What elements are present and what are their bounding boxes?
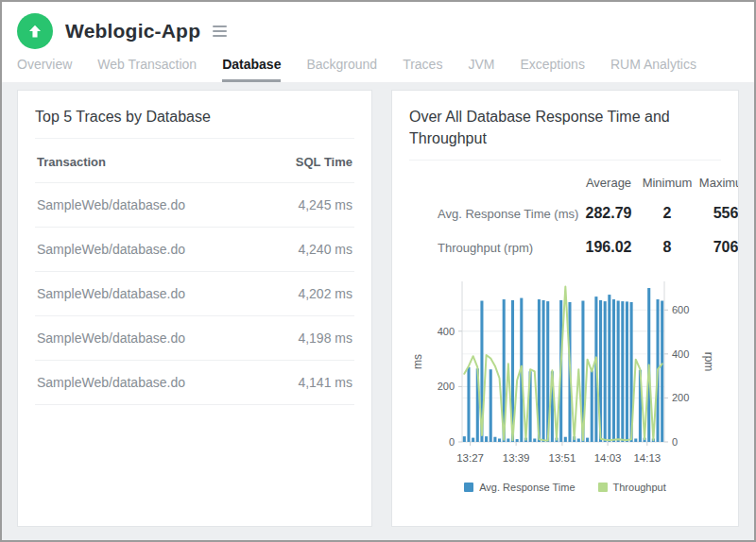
svg-text:13:51: 13:51 [549, 452, 576, 464]
table-row[interactable]: SampleWeb/database.do4,202 ms [35, 272, 354, 316]
table-row[interactable]: SampleWeb/database.do4,245 ms [35, 183, 354, 228]
stats-metric-label: Avg. Response Time (ms) [409, 197, 579, 231]
svg-text:0: 0 [449, 436, 455, 448]
stats-row-avg-response-time-ms-: Avg. Response Time (ms)282.792556 [409, 197, 738, 231]
stats-maximum-value: 706 [696, 231, 738, 263]
tab-web-transaction[interactable]: Web Transaction [97, 57, 197, 82]
transaction-cell[interactable]: SampleWeb/database.do [35, 228, 264, 272]
stats-average-value: 282.79 [579, 197, 638, 229]
tab-overview[interactable]: Overview [17, 57, 72, 82]
column-header-sql-time: SQL Time [264, 139, 354, 183]
tab-jvm[interactable]: JVM [468, 57, 494, 82]
chart-legend: Avg. Response TimeThroughput [409, 482, 721, 493]
divider [409, 160, 721, 161]
svg-text:13:39: 13:39 [503, 452, 530, 464]
legend-item-throughput: Throughput [598, 482, 666, 493]
stats-column-maximum: Maximum [696, 172, 738, 197]
svg-text:14:03: 14:03 [594, 452, 622, 464]
db-overview-panel: Over All Database Response Time and Thro… [391, 90, 739, 527]
legend-swatch-icon [598, 483, 608, 492]
transaction-cell[interactable]: SampleWeb/database.do [35, 272, 264, 316]
stats-maximum-value: 556 [696, 197, 738, 229]
svg-text:600: 600 [672, 305, 689, 316]
tab-rum-analytics[interactable]: RUM Analytics [610, 57, 696, 82]
top-traces-panel: Top 5 Traces by Database Transaction SQL… [17, 90, 372, 527]
table-row[interactable]: SampleWeb/database.do4,240 ms [35, 228, 354, 272]
traces-table-header: Transaction SQL Time [35, 139, 354, 183]
svg-text:400: 400 [438, 326, 455, 337]
tab-bar: OverviewWeb TransactionDatabaseBackgroun… [2, 51, 754, 82]
stats-header-row: AverageMinimumMaximum [409, 172, 738, 197]
stats-column-average: Average [579, 172, 638, 197]
svg-text:rpm: rpm [702, 352, 713, 372]
sql-time-cell: 4,202 ms [264, 272, 354, 316]
panel-title-top-traces: Top 5 Traces by Database [35, 106, 354, 127]
table-row[interactable]: SampleWeb/database.do4,141 ms [35, 361, 354, 405]
panel-title-db-overview: Over All Database Response Time and Thro… [409, 106, 721, 149]
legend-swatch-icon [464, 483, 473, 492]
menu-icon[interactable] [210, 23, 230, 40]
svg-text:200: 200 [672, 393, 689, 404]
tab-background[interactable]: Background [306, 57, 377, 82]
tab-database[interactable]: Database [222, 57, 281, 82]
tab-exceptions[interactable]: Exceptions [520, 57, 584, 82]
app-logo-icon [17, 13, 53, 49]
table-row[interactable]: SampleWeb/database.do4,198 ms [35, 316, 354, 361]
app-header: Weblogic-App [2, 2, 754, 51]
legend-label: Avg. Response Time [479, 482, 575, 493]
stats-column-minimum: Minimum [638, 172, 696, 197]
svg-text:13:27: 13:27 [456, 452, 484, 464]
transaction-cell[interactable]: SampleWeb/database.do [35, 316, 264, 361]
response-throughput-chart: 02004000200400600msrpm13:2713:3913:5114:… [409, 274, 721, 470]
sql-time-cell: 4,245 ms [264, 183, 354, 228]
stats-row-throughput-rpm-: Throughput (rpm)196.028706 [409, 231, 738, 265]
svg-text:ms: ms [411, 354, 424, 369]
tab-traces[interactable]: Traces [403, 57, 442, 82]
sql-time-cell: 4,198 ms [264, 316, 354, 361]
stats-minimum-value: 2 [638, 197, 696, 229]
app-title: Weblogic-App [65, 20, 200, 42]
column-header-transaction: Transaction [35, 139, 264, 183]
legend-item-avg-response-time: Avg. Response Time [464, 482, 575, 493]
stats-minimum-value: 8 [638, 231, 696, 263]
svg-text:0: 0 [672, 436, 678, 448]
svg-text:400: 400 [672, 348, 689, 360]
transaction-cell[interactable]: SampleWeb/database.do [35, 183, 264, 228]
svg-text:14:13: 14:13 [633, 452, 661, 464]
arrow-up-icon [26, 23, 43, 40]
transaction-cell[interactable]: SampleWeb/database.do [35, 361, 264, 405]
traces-table: Transaction SQL Time SampleWeb/database.… [35, 139, 354, 405]
stats-metric-label: Throughput (rpm) [409, 231, 579, 265]
app-window: Weblogic-App OverviewWeb TransactionData… [0, 0, 756, 542]
db-stats-table: AverageMinimumMaximumAvg. Response Time … [409, 172, 738, 264]
stats-corner [409, 172, 579, 183]
content-area: Top 5 Traces by Database Transaction SQL… [2, 82, 754, 540]
sql-time-cell: 4,240 ms [264, 228, 354, 272]
legend-label: Throughput [613, 482, 666, 493]
svg-text:200: 200 [438, 381, 455, 393]
sql-time-cell: 4,141 ms [264, 361, 354, 405]
stats-average-value: 196.02 [579, 231, 638, 263]
